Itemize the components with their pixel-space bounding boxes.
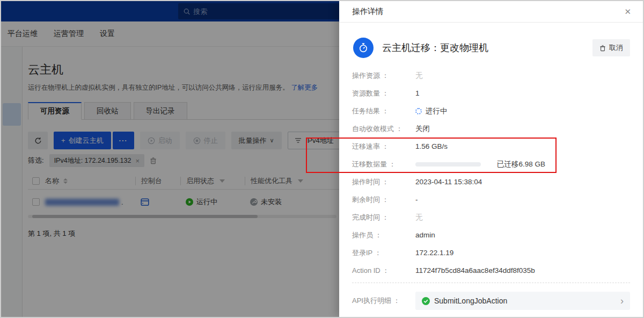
field-label: 迁移数据量 ： [352, 160, 415, 169]
close-icon[interactable]: ✕ [624, 7, 631, 17]
field-value: - [415, 196, 418, 204]
field-label: Action ID ： [352, 266, 415, 276]
field-label: 迁移速率 ： [352, 142, 415, 151]
field-label: 资源数量 ： [352, 89, 415, 98]
field-label: 剩余时间 ： [352, 195, 415, 205]
migrated-amount-label: 已迁移6.98 GB [497, 160, 545, 169]
field-label: 操作时间 ： [352, 177, 415, 187]
field-migrated-data: 迁移数据量 ： 已迁移6.98 GB [352, 155, 630, 173]
field-finish-time: 完成时间 ： 无 [352, 208, 630, 226]
field-resource-count: 资源数量 ： 1 [352, 84, 630, 102]
screen: 平台运维 运营管理 设置 云主机 运行在物理机上的虚拟机实例，具有独立的IP地址… [0, 0, 644, 318]
field-action-id: Action ID ： 11724f7b5cd84a6aac8ef34ddf8f… [352, 262, 630, 279]
field-value: 无 [415, 213, 423, 222]
field-login-ip: 登录IP ： 172.22.1.19 [352, 244, 630, 262]
in-progress-spinner-icon [415, 108, 422, 114]
field-label: 操作资源 ： [352, 71, 415, 81]
field-remaining-time: 剩余时间 ： - [352, 191, 630, 208]
migration-stopwatch-icon [353, 38, 374, 58]
field-value: 172.22.1.19 [415, 249, 453, 257]
cancel-operation-button[interactable]: 取消 [592, 39, 630, 56]
api-detail-label: API执行明细 ： [352, 296, 415, 306]
field-label: 自动收敛模式 ： [352, 124, 415, 134]
field-label: 完成时间 ： [352, 213, 415, 222]
dashed-divider [352, 283, 630, 283]
field-migration-speed: 迁移速率 ： 1.56 GB/s [352, 138, 630, 155]
success-check-icon [422, 297, 430, 305]
field-label: 登录IP ： [352, 248, 415, 258]
cancel-label: 取消 [609, 43, 623, 53]
trash-icon [599, 45, 606, 52]
field-task-result: 任务结果 ： 进行中 [352, 102, 630, 120]
field-operated-resource: 操作资源 ： 无 [352, 67, 630, 84]
operation-details-panel: 操作详情 ✕ 云主机迁移：更改物理机 取消 [339, 1, 643, 317]
field-auto-converge: 自动收敛模式 ： 关闭 [352, 120, 630, 138]
field-value: 1 [415, 89, 420, 97]
operation-title: 云主机迁移：更改物理机 [382, 41, 592, 54]
panel-header: 操作详情 ✕ [339, 1, 643, 23]
field-value: admin [415, 231, 435, 239]
chevron-right-icon[interactable]: › [620, 296, 624, 306]
api-action-name: SubmitLongJobAction [434, 297, 616, 305]
migration-progress-bar [415, 162, 481, 167]
field-value: 关闭 [415, 124, 430, 134]
detail-fields: 操作资源 ： 无 资源数量 ： 1 任务结果 ： 进行中 自动收敛模式 ： 关闭… [339, 67, 643, 279]
field-value: 1.56 GB/s [415, 142, 448, 150]
field-label: 任务结果 ： [352, 106, 415, 116]
field-label: 操作员 ： [352, 230, 415, 240]
field-value: 无 [415, 71, 423, 81]
api-detail-row: API执行明细 ： SubmitLongJobAction › [352, 292, 630, 310]
panel-title: 操作详情 [352, 6, 383, 17]
modal-dim-overlay[interactable] [1, 1, 339, 317]
field-operator: 操作员 ： admin [352, 226, 630, 244]
api-action-item[interactable]: SubmitLongJobAction › [415, 292, 630, 310]
operation-title-block: 云主机迁移：更改物理机 取消 [339, 23, 643, 58]
field-operation-time: 操作时间 ： 2023-04-11 15:38:04 [352, 173, 630, 191]
field-value: 进行中 [426, 106, 448, 116]
field-value: 2023-04-11 15:38:04 [415, 178, 482, 186]
field-value: 11724f7b5cd84a6aac8ef34ddf8f035b [415, 266, 535, 274]
